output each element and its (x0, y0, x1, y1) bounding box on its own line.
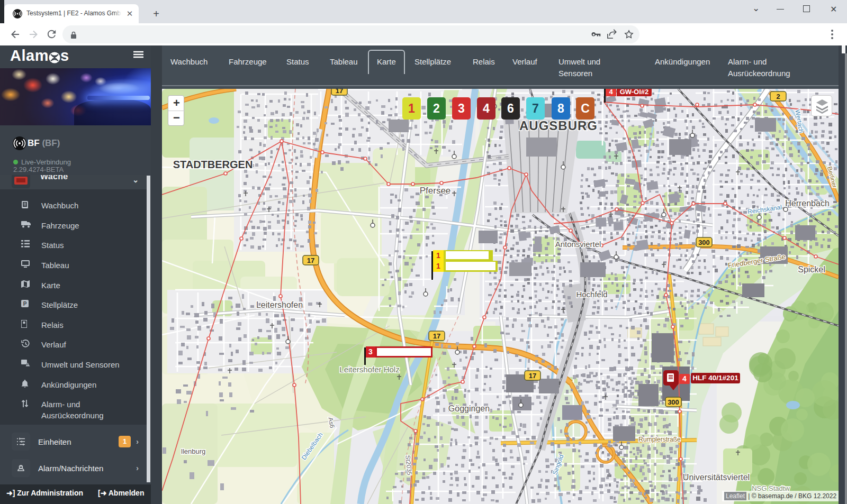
svg-text:17: 17 (307, 256, 314, 264)
svg-text:300: 300 (668, 398, 679, 406)
svg-text:300: 300 (698, 239, 710, 246)
svg-text:Leitershofen: Leitershofen (256, 300, 303, 309)
svg-text:Pfersee: Pfersee (420, 186, 451, 196)
svg-text:Universitätsviertel: Universitätsviertel (683, 473, 750, 482)
svg-text:llenburg: llenburg (181, 447, 205, 455)
svg-text:2: 2 (776, 93, 780, 100)
svg-text:Göggingen: Göggingen (448, 404, 490, 413)
svg-text:Hochfeld: Hochfeld (576, 290, 607, 299)
svg-text:STADTBERGEN: STADTBERGEN (173, 159, 253, 170)
svg-text:Leitershofer Holz: Leitershofer Holz (339, 365, 399, 374)
svg-text:AUGSBURG: AUGSBURG (519, 118, 598, 133)
svg-text:17: 17 (336, 89, 343, 95)
svg-text:Spickel: Spickel (798, 265, 825, 274)
svg-text:17: 17 (433, 332, 440, 340)
svg-text:17: 17 (529, 372, 536, 380)
svg-text:Rumplerstraße: Rumplerstraße (638, 436, 681, 443)
svg-text:Antonsviertel: Antonsviertel (555, 240, 601, 249)
svg-text:Herrenbach: Herrenbach (785, 199, 830, 208)
svg-text:P: P (23, 301, 27, 307)
